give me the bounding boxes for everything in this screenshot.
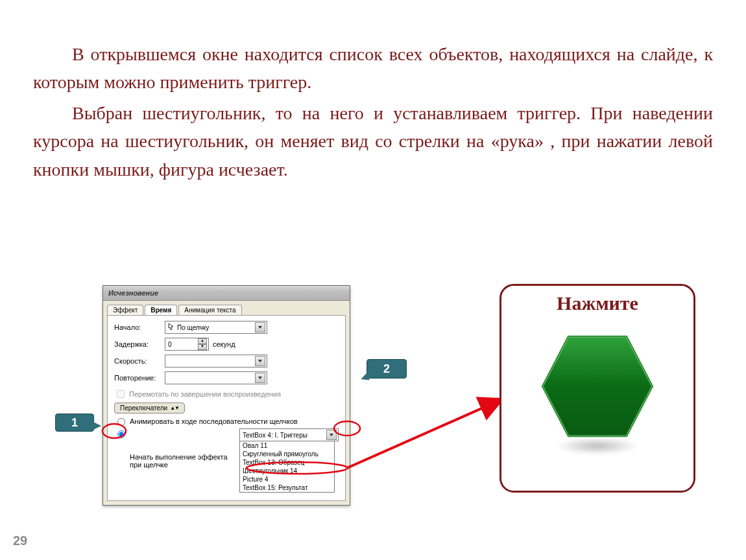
svg-marker-2 [258, 377, 262, 379]
svg-marker-3 [330, 434, 333, 436]
list-item[interactable]: Овал 11 [240, 441, 334, 450]
press-panel: Нажмите [499, 284, 695, 493]
start-label: Начало: [114, 323, 165, 331]
delay-input[interactable]: 0 ▲▼ [165, 338, 209, 351]
repeat-combo[interactable] [165, 371, 267, 384]
speed-combo[interactable] [165, 355, 267, 368]
dropdown-icon[interactable] [326, 430, 337, 440]
press-title: Нажмите [501, 292, 693, 314]
spinner[interactable]: ▲▼ [198, 338, 207, 350]
delay-label: Задержка: [114, 340, 165, 348]
list-item[interactable]: Скругленный прямоуголь [240, 450, 334, 458]
radio-trigger-label: Начать выполнение эффекта при щелчке [130, 453, 235, 469]
trigger-selected: TextBox 4: I. Триггеры [243, 432, 307, 439]
hexagon-shape[interactable] [539, 331, 656, 441]
callout-1: 1 [55, 414, 94, 432]
animation-dialog: Исчезновение Эффект Время Анимация текст… [102, 285, 350, 506]
repeat-label: Повторение: [114, 374, 165, 382]
svg-marker-8 [542, 336, 653, 436]
dropdown-icon[interactable] [255, 322, 265, 332]
callout-2: 2 [367, 359, 407, 379]
paragraph-2: Выбран шестиугольник, то на него и устан… [33, 99, 713, 183]
dropdown-icon[interactable] [255, 373, 265, 383]
switches-toggle[interactable]: Переключатели ▲▼ [114, 402, 185, 414]
delay-value: 0 [168, 341, 172, 348]
radio-sequence[interactable] [117, 418, 125, 426]
paragraph-1: В открывшемся окне находится список всех… [33, 40, 713, 97]
up-down-icon: ▲▼ [170, 405, 179, 411]
svg-marker-0 [258, 326, 262, 329]
tab-effect[interactable]: Эффект [107, 305, 143, 315]
callout-1-label: 1 [71, 416, 78, 430]
start-value: По щелчку [177, 324, 209, 331]
mouse-icon [168, 323, 174, 332]
svg-line-7 [347, 400, 501, 468]
page-number: 29 [13, 533, 27, 548]
list-item[interactable]: TextBox 15: Результат [240, 484, 334, 492]
dialog-title: Исчезновение [103, 286, 350, 301]
trigger-listbox[interactable]: Овал 11 Скругленный прямоуголь TextBox 1… [239, 441, 335, 493]
dropdown-icon[interactable] [255, 356, 265, 366]
callout-2-label: 2 [383, 362, 390, 376]
radio-trigger[interactable] [117, 430, 125, 438]
tab-body: Начало: По щелчку Задержка: 0 ▲▼ секунд … [107, 315, 346, 501]
rewind-checkbox[interactable] [117, 390, 125, 398]
tab-time[interactable]: Время [145, 305, 177, 315]
list-item[interactable]: Шестиугольник 14 [240, 467, 334, 475]
paragraph-1-text: В открывшемся окне находится список всех… [33, 44, 713, 92]
start-combo[interactable]: По щелчку [165, 321, 267, 334]
tab-text-anim[interactable]: Анимация текста [178, 305, 241, 315]
rewind-label: Перемотать по завершении воспроизведения [129, 390, 281, 398]
list-item[interactable]: Picture 4 [240, 475, 334, 484]
dialog-tabs: Эффект Время Анимация текста [103, 301, 350, 315]
trigger-combo[interactable]: TextBox 4: I. Триггеры [239, 428, 339, 441]
list-item[interactable]: TextBox 13: Образец [240, 458, 334, 467]
paragraph-2-text: Выбран шестиугольник, то на него и устан… [33, 103, 713, 180]
svg-marker-1 [258, 360, 262, 362]
switches-label: Переключатели [120, 404, 167, 412]
radio-sequence-label: Анимировать в ходе последовательности ще… [130, 417, 298, 425]
speed-label: Скорость: [114, 357, 165, 365]
delay-unit: секунд [213, 340, 235, 348]
